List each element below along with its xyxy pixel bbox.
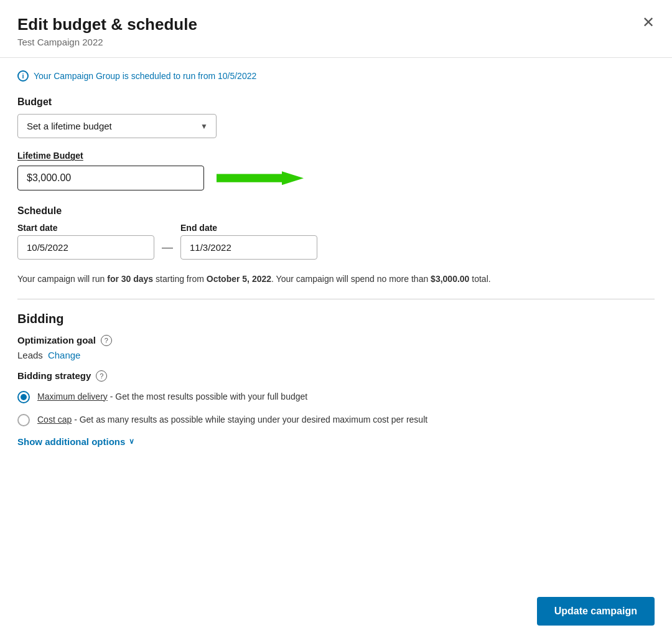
lifetime-budget-label: Lifetime Budget	[17, 151, 655, 161]
end-date-input[interactable]	[180, 235, 317, 260]
modal-body: i Your Campaign Group is scheduled to ru…	[0, 58, 672, 459]
start-date-group: Start date	[17, 223, 154, 260]
start-date-input[interactable]	[17, 235, 154, 260]
maximum-delivery-description: - Get the most results possible with you…	[110, 392, 307, 401]
optimization-goal-row: Optimization goal ?	[17, 335, 655, 346]
cost-cap-label: Cost cap - Get as many results as possib…	[37, 413, 427, 426]
info-banner-text: Your Campaign Group is scheduled to run …	[34, 71, 256, 81]
cost-cap-text: Cost cap	[37, 415, 72, 425]
show-additional-label: Show additional options	[17, 436, 125, 447]
section-divider	[17, 299, 655, 299]
start-date-label: Start date	[17, 223, 154, 233]
info-bold-days: for 30 days	[107, 274, 153, 284]
campaign-info-text: Your campaign will run for 30 days start…	[17, 272, 655, 286]
leads-text: Leads	[17, 350, 43, 360]
date-separator: —	[162, 241, 173, 254]
budget-input-row	[17, 166, 655, 190]
green-arrow-indicator	[217, 171, 304, 185]
end-date-group: End date	[180, 223, 317, 260]
info-banner: i Your Campaign Group is scheduled to ru…	[17, 70, 655, 82]
update-campaign-button[interactable]: Update campaign	[537, 597, 655, 626]
end-date-label: End date	[180, 223, 317, 233]
modal-footer: Update campaign	[0, 584, 672, 638]
bidding-section: Bidding Optimization goal ? Leads Change…	[17, 312, 655, 447]
chevron-down-icon: ∨	[129, 437, 134, 446]
bidding-strategy-help-icon[interactable]: ?	[96, 370, 107, 382]
schedule-section-label: Schedule	[17, 205, 655, 217]
close-button[interactable]: ✕	[640, 12, 657, 32]
info-icon: i	[17, 70, 29, 82]
modal-subtitle: Test Campaign 2022	[17, 37, 655, 47]
info-text-part2: starting from	[153, 274, 207, 284]
optimization-goal-label: Optimization goal	[17, 335, 96, 345]
info-text-part1: Your campaign will run	[17, 274, 107, 284]
budget-type-select[interactable]: Set a lifetime budget Set a daily budget	[17, 114, 217, 138]
budget-section: Budget Set a lifetime budget Set a daily…	[17, 96, 655, 190]
leads-row: Leads Change	[17, 350, 655, 360]
cost-cap-option[interactable]: Cost cap - Get as many results as possib…	[17, 413, 655, 426]
bidding-title: Bidding	[17, 312, 655, 326]
info-bold-amount: $3,000.00	[431, 274, 469, 284]
info-text-part4: total.	[469, 274, 490, 284]
maximum-delivery-text: Maximum delivery	[37, 392, 108, 401]
cost-cap-description: - Get as many results as possible while …	[74, 415, 427, 425]
bidding-strategy-label: Bidding strategy	[17, 370, 91, 381]
info-bold-date: October 5, 2022	[207, 274, 271, 284]
modal-header: Edit budget & schedule Test Campaign 202…	[0, 0, 672, 58]
maximum-delivery-radio[interactable]	[17, 391, 30, 403]
bidding-strategy-row: Bidding strategy ?	[17, 370, 655, 382]
date-row: Start date — End date	[17, 223, 655, 260]
schedule-section: Schedule Start date — End date	[17, 205, 655, 260]
budget-type-select-wrapper: Set a lifetime budget Set a daily budget…	[17, 114, 217, 138]
modal-title: Edit budget & schedule	[17, 15, 655, 34]
show-additional-options[interactable]: Show additional options ∨	[17, 436, 655, 447]
maximum-delivery-label: Maximum delivery - Get the most results …	[37, 390, 307, 403]
info-text-part3: . Your campaign will spend no more than	[271, 274, 431, 284]
arrow-body	[217, 171, 304, 185]
lifetime-budget-input[interactable]	[17, 166, 204, 190]
edit-budget-schedule-modal: Edit budget & schedule Test Campaign 202…	[0, 0, 672, 638]
change-link[interactable]: Change	[48, 350, 81, 360]
maximum-delivery-option[interactable]: Maximum delivery - Get the most results …	[17, 390, 655, 403]
cost-cap-radio[interactable]	[17, 414, 30, 426]
budget-section-label: Budget	[17, 96, 655, 108]
optimization-goal-help-icon[interactable]: ?	[101, 335, 112, 346]
